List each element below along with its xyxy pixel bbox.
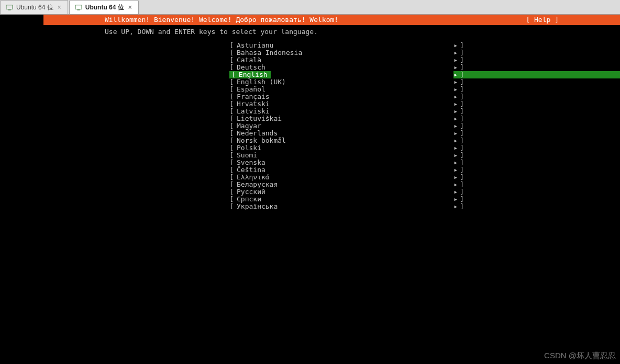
installer-screen: Willkommen! Bienvenue! Welcome! Добро по…: [43, 15, 620, 364]
language-option[interactable]: [Català▸]: [43, 56, 620, 64]
chevron-right-icon: ▸: [453, 56, 460, 64]
language-option[interactable]: [Norsk bokmål▸]: [43, 137, 620, 144]
language-option[interactable]: [Magyar▸]: [43, 122, 620, 130]
language-name: Asturianu: [237, 42, 276, 49]
language-name: Українська: [237, 203, 281, 210]
language-name: Čeština: [237, 166, 269, 174]
bracket-right: ]: [460, 130, 620, 137]
bracket-left: [: [43, 159, 237, 166]
language-option[interactable]: [Nederlands▸]: [43, 130, 620, 137]
bracket-right: ]: [460, 78, 620, 86]
bracket-right: ]: [460, 86, 620, 93]
language-option[interactable]: [Español▸]: [43, 86, 620, 93]
language-name: Lietuviškai: [237, 115, 285, 122]
language-option[interactable]: [Русский▸]: [43, 188, 620, 196]
chevron-right-icon: ▸: [453, 42, 460, 49]
tab-label: Ubuntu 64 位: [16, 3, 53, 12]
language-name: Français: [237, 93, 273, 100]
language-name: Español: [237, 86, 269, 93]
help-button[interactable]: [ Help ]: [526, 16, 620, 24]
language-name: English (UK): [237, 78, 289, 86]
header-title: Willkommen! Bienvenue! Welcome! Добро по…: [43, 16, 338, 24]
bracket-right: ]: [460, 159, 620, 166]
chevron-right-icon: ▸: [453, 130, 460, 137]
bracket-right: ]: [460, 152, 620, 159]
bracket-right: ]: [460, 49, 620, 56]
language-name: Hrvatski: [237, 100, 273, 108]
bracket-left: [: [43, 174, 237, 181]
language-option[interactable]: [Svenska▸]: [43, 159, 620, 166]
chevron-right-icon: ▸: [453, 108, 460, 115]
bracket-left: [: [43, 78, 237, 86]
bracket-right: ]: [460, 42, 620, 49]
bracket-right: ]: [460, 144, 620, 152]
chevron-right-icon: ▸: [453, 71, 460, 78]
bracket-left: [: [43, 144, 237, 152]
language-option[interactable]: [Français▸]: [43, 93, 620, 100]
bracket-left: [: [43, 49, 237, 56]
chevron-right-icon: ▸: [453, 159, 460, 166]
bracket-right: ]: [460, 188, 620, 196]
language-name: Bahasa Indonesia: [237, 49, 305, 56]
bracket-left: [: [43, 152, 237, 159]
chevron-right-icon: ▸: [453, 181, 460, 188]
language-option[interactable]: [English▸]: [43, 71, 620, 78]
bracket-left: [: [43, 64, 237, 71]
bracket-left: [: [43, 137, 237, 144]
bracket-right: ]: [460, 56, 620, 64]
vm-icon: [75, 4, 82, 11]
language-option[interactable]: [Bahasa Indonesia▸]: [43, 49, 620, 56]
language-name: Nederlands: [237, 130, 281, 137]
bracket-right: ]: [460, 71, 620, 78]
language-option[interactable]: [Hrvatski▸]: [43, 100, 620, 108]
chevron-right-icon: ▸: [453, 86, 460, 93]
bracket-left: [: [43, 115, 237, 122]
bracket-right: ]: [460, 100, 620, 108]
svg-rect-3: [77, 9, 80, 10]
bracket-left: [: [43, 188, 237, 196]
chevron-right-icon: ▸: [453, 49, 460, 56]
language-name: Norsk bokmål: [237, 137, 289, 144]
bracket-right: ]: [460, 108, 620, 115]
close-icon[interactable]: ×: [127, 4, 133, 11]
chevron-right-icon: ▸: [453, 196, 460, 203]
language-name: Ελληνικά: [237, 174, 273, 181]
chevron-right-icon: ▸: [453, 122, 460, 130]
language-option[interactable]: [Suomi▸]: [43, 152, 620, 159]
bracket-left: [: [43, 122, 237, 130]
bracket-left: [: [43, 181, 237, 188]
close-icon[interactable]: ×: [57, 4, 62, 11]
language-name: Deutsch: [237, 64, 269, 71]
language-option[interactable]: [English (UK)▸]: [43, 78, 620, 86]
vm-icon: [6, 4, 13, 11]
chevron-right-icon: ▸: [453, 174, 460, 181]
bracket-right: ]: [460, 196, 620, 203]
language-option[interactable]: [Čeština▸]: [43, 166, 620, 174]
bracket-left: [: [43, 93, 237, 100]
language-option[interactable]: [Беларуская▸]: [43, 181, 620, 188]
bracket-right: ]: [460, 174, 620, 181]
bracket-right: ]: [460, 122, 620, 130]
language-option[interactable]: [Lietuviškai▸]: [43, 115, 620, 122]
svg-rect-0: [6, 5, 13, 9]
bracket-left: [: [43, 56, 237, 64]
language-option[interactable]: [Українська▸]: [43, 203, 620, 210]
bracket-left: [: [43, 42, 237, 49]
tab-ubuntu-2[interactable]: Ubuntu 64 位 ×: [69, 0, 139, 14]
language-name: English: [239, 71, 271, 78]
svg-rect-1: [8, 9, 10, 10]
language-option[interactable]: [Deutsch▸]: [43, 64, 620, 71]
chevron-right-icon: ▸: [453, 115, 460, 122]
tab-ubuntu-1[interactable]: Ubuntu 64 位 ×: [0, 0, 68, 14]
installer-header: Willkommen! Bienvenue! Welcome! Добро по…: [43, 15, 620, 25]
language-option[interactable]: [Polski▸]: [43, 144, 620, 152]
language-option[interactable]: [Latviski▸]: [43, 108, 620, 115]
svg-rect-2: [75, 5, 82, 9]
language-option[interactable]: [Српски▸]: [43, 196, 620, 203]
bracket-right: ]: [460, 115, 620, 122]
bracket-right: ]: [460, 64, 620, 71]
language-option[interactable]: [Ελληνικά▸]: [43, 174, 620, 181]
language-list[interactable]: [Asturianu▸][Bahasa Indonesia▸][Català▸]…: [43, 42, 620, 210]
language-option[interactable]: [Asturianu▸]: [43, 42, 620, 49]
bracket-left: [: [43, 100, 237, 108]
